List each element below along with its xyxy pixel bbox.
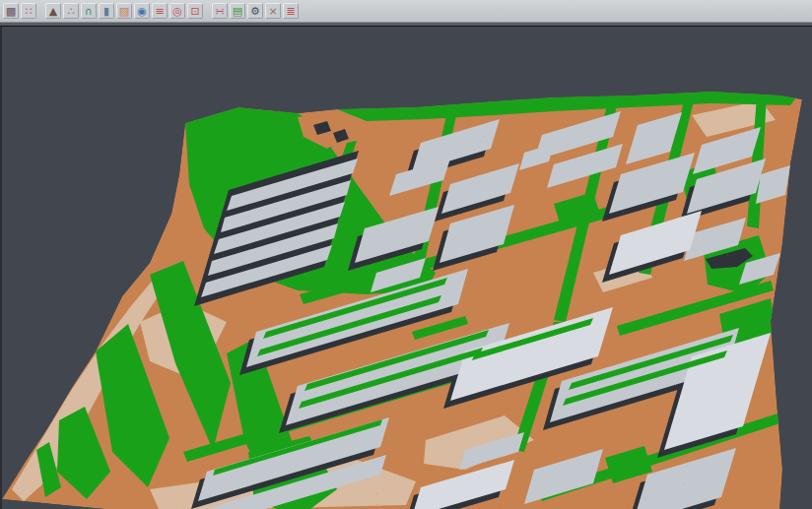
point-cluster-button[interactable]: ▩ (3, 3, 19, 19)
gear-icon: ⚙ (250, 6, 260, 17)
crop-frame-icon: ⊡ (190, 6, 199, 17)
point-cloud-render (2, 27, 812, 509)
circle-tool-button[interactable]: ◎ (169, 3, 185, 19)
red-layers-button[interactable]: ≣ (283, 3, 299, 19)
hill-button[interactable]: ∩ (81, 3, 97, 19)
scatter-points-icon: ∷ (26, 6, 33, 17)
ground-tile-icon: ▨ (119, 6, 129, 17)
toolbar-separator (38, 3, 43, 19)
pillar-icon: ▮ (103, 6, 109, 17)
toolbar-group-1: ▩ ∷ (3, 3, 36, 19)
red-list-icon: ≡ (155, 6, 164, 17)
red-layers-icon: ≣ (286, 6, 295, 17)
ground-points-icon: ∴ (68, 6, 75, 17)
pillar-button[interactable]: ▮ (99, 3, 114, 19)
application-window: ▩ ∷ ▲ ∴ ∩ ▮ ▨ ◉ ≡ ◎ ⊡ ∺ ▤ ⚙ × ≣ (0, 0, 812, 509)
toolbar-group-3: ∺ ▤ ⚙ × ≣ (212, 3, 299, 19)
ground-points-button[interactable]: ∴ (63, 3, 79, 19)
globe-icon: ◉ (137, 6, 147, 17)
toolbar-separator (205, 3, 210, 19)
main-toolbar: ▩ ∷ ▲ ∴ ∩ ▮ ▨ ◉ ≡ ◎ ⊡ ∺ ▤ ⚙ × ≣ (0, 0, 812, 23)
corner-points-icon: ∺ (215, 6, 224, 17)
mountain-button[interactable]: ▲ (45, 3, 61, 19)
scatter-points-button[interactable]: ∷ (21, 3, 36, 19)
crop-frame-button[interactable]: ⊡ (187, 3, 203, 19)
globe-button[interactable]: ◉ (134, 3, 150, 19)
circle-tool-icon: ◎ (172, 6, 182, 17)
cross-marker-button[interactable]: × (265, 3, 281, 19)
point-cluster-icon: ▩ (6, 6, 16, 17)
mountain-icon: ▲ (49, 6, 57, 17)
corner-points-button[interactable]: ∺ (212, 3, 228, 19)
3d-viewport[interactable] (0, 27, 812, 509)
classification-map-button[interactable]: ▤ (230, 3, 245, 19)
classification-map-icon: ▤ (233, 6, 242, 17)
ground-tile-button[interactable]: ▨ (116, 3, 132, 19)
toolbar-group-2: ▲ ∴ ∩ ▮ ▨ ◉ ≡ ◎ ⊡ (45, 3, 203, 19)
cross-marker-icon: × (268, 6, 277, 17)
hill-icon: ∩ (85, 6, 93, 17)
gear-button[interactable]: ⚙ (247, 3, 263, 19)
red-list-button[interactable]: ≡ (152, 3, 168, 19)
